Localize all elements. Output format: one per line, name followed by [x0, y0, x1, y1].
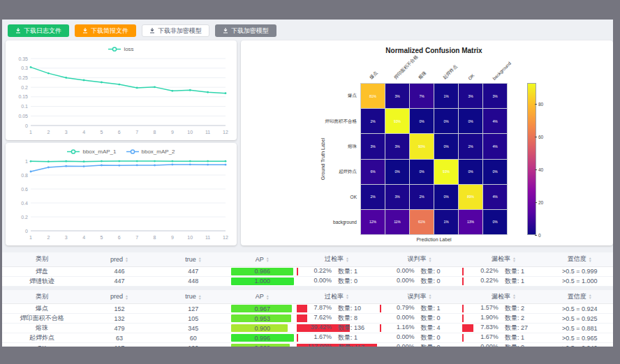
rate-text: 0.00%数量: 0: [380, 267, 459, 276]
sort-icon[interactable]: ▲▼: [346, 257, 349, 262]
dashboard-content: 下载日志文件 下载简报文件 下载非加密模型 下载加密模型 loss 00.050…: [2, 20, 613, 347]
cell-miss-detection: 1.67%数量: 1: [461, 333, 547, 343]
download-encrypted-model-button[interactable]: 下载加密模型: [215, 24, 276, 37]
cell-pred: 446: [82, 266, 158, 276]
colorbar-tick: 40: [537, 167, 543, 172]
ap-value: 0.996: [231, 335, 295, 342]
sort-icon[interactable]: ▲▼: [198, 294, 202, 300]
matrix-cell: 1%: [434, 210, 458, 234]
rate-text: 0.00%数量: 0: [380, 343, 459, 347]
sort-icon[interactable]: ▲▼: [429, 257, 432, 262]
svg-text:9: 9: [171, 235, 174, 240]
cell-misjudge: 0.00%数量: 0: [378, 343, 461, 347]
matrix-row-label: OK: [245, 195, 357, 199]
cell-over-detection: 117.00%数量: 117: [295, 343, 378, 347]
column-header-过检率[interactable]: 过检率▲▼: [295, 290, 378, 304]
download-unencrypted-model-button[interactable]: 下载非加密模型: [142, 24, 209, 37]
legend-label: bbox_mAP_2: [142, 149, 175, 155]
sort-icon[interactable]: ▲▼: [589, 294, 592, 299]
column-header-误判率[interactable]: 误判率▲▼: [378, 252, 461, 266]
ap-value: 0.929: [231, 344, 295, 347]
svg-text:10: 10: [187, 235, 193, 240]
matrix-cell: 0%: [459, 160, 482, 184]
column-header-true[interactable]: true▲▼: [157, 252, 229, 266]
sort-icon[interactable]: ▲▼: [512, 257, 516, 262]
download-unencrypted-model-label: 下载非加密模型: [158, 26, 202, 36]
metrics-table: 类别pred▲▼true▲▼AP▲▼过检率▲▼误判率▲▼漏检率▲▼置信度▲▼焊盘…: [2, 252, 613, 287]
legend-item-bbox_mAP_1[interactable]: bbox_mAP_1: [67, 149, 116, 155]
cell-over-detection: 7.87%数量: 10: [295, 304, 378, 314]
rate-text: 117.00%数量: 117: [297, 343, 377, 347]
svg-text:0.4: 0.4: [21, 201, 28, 206]
svg-text:7: 7: [135, 130, 138, 135]
sort-icon[interactable]: ▲▼: [198, 257, 202, 262]
sort-icon[interactable]: ▲▼: [125, 257, 128, 262]
rate-text: 0.22%数量: 1: [462, 267, 545, 276]
sort-icon[interactable]: ▲▼: [125, 294, 128, 300]
rate-text: 1.16%数量: 4: [380, 324, 459, 333]
matrix-cell: 2%: [459, 134, 482, 158]
column-header-漏检率[interactable]: 漏检率▲▼: [461, 252, 547, 266]
cell-confidence: >0.5 = 0.999: [547, 266, 613, 276]
cell-confidence: >0.5 = 0.881: [547, 324, 613, 333]
matrix-row-label: 焊印面积不合格: [245, 119, 357, 125]
column-header-置信度[interactable]: 置信度▲▼: [547, 252, 613, 266]
column-header-pred[interactable]: pred▲▼: [82, 252, 158, 266]
cell-ap: 0.929: [230, 343, 296, 347]
svg-text:3: 3: [65, 130, 68, 135]
column-header-AP[interactable]: AP▲▼: [230, 252, 296, 266]
table-row: 焊缝轨迹4474481.0000.00%数量: 00.00%数量: 00.22%…: [2, 276, 613, 286]
matrix-column-label: 焊印面积不合格: [392, 54, 420, 81]
sort-icon[interactable]: ▲▼: [589, 257, 592, 262]
svg-text:6: 6: [118, 130, 121, 135]
sort-icon[interactable]: ▲▼: [266, 257, 270, 262]
cell-confidence: >0.5 = 0.924: [547, 304, 613, 314]
cell-misjudge: 0.79%数量: 1: [378, 304, 461, 314]
legend-line-icon: [108, 46, 121, 52]
svg-text:10: 10: [187, 130, 193, 135]
cell-misjudge: 0.00%数量: 0: [378, 314, 461, 324]
svg-text:8: 8: [154, 130, 156, 135]
matrix-row-label: 起焊炸点: [245, 169, 357, 175]
matrix-cell: 0%: [434, 185, 458, 209]
download-report-button[interactable]: 下载简报文件: [75, 24, 136, 37]
column-header-true[interactable]: true▲▼: [157, 290, 229, 304]
sort-icon[interactable]: ▲▼: [512, 294, 516, 299]
cell-pred: 479: [82, 324, 158, 333]
matrix-row-label: background: [245, 220, 357, 225]
table-row: 爆点1521270.9677.87%数量: 100.79%数量: 11.57%数…: [2, 304, 613, 314]
ap-value: 0.953: [231, 315, 295, 322]
column-header-漏检率[interactable]: 漏检率▲▼: [461, 290, 547, 304]
sort-icon[interactable]: ▲▼: [429, 294, 432, 299]
rate-text: 0.00%数量: 0: [297, 277, 377, 286]
cell-ap: 0.900: [230, 324, 296, 333]
cell-class: 焊印面积不合格: [2, 314, 82, 324]
sort-icon[interactable]: ▲▼: [346, 294, 349, 299]
legend-item-loss[interactable]: loss: [108, 46, 133, 52]
matrix-cell: 2%: [410, 185, 434, 209]
svg-text:0.1: 0.1: [21, 104, 28, 109]
column-header-置信度[interactable]: 置信度▲▼: [547, 290, 613, 304]
cell-pred: 152: [82, 304, 158, 314]
rate-text: 7.83%数量: 27: [462, 324, 545, 333]
rate-text: 0.79%数量: 1: [380, 304, 459, 313]
column-header-AP[interactable]: AP▲▼: [230, 290, 296, 304]
matrix-column-label: 爆点: [368, 70, 379, 81]
matrix-cell: 12%: [361, 210, 385, 234]
download-log-button[interactable]: 下载日志文件: [8, 24, 69, 37]
matrix-cell: 1%: [434, 84, 458, 108]
sort-icon[interactable]: ▲▼: [266, 294, 270, 300]
column-header-误判率[interactable]: 误判率▲▼: [378, 290, 461, 304]
column-header-过检率[interactable]: 过检率▲▼: [295, 252, 378, 266]
matrix-cell: 0%: [483, 160, 507, 184]
column-header-pred[interactable]: pred▲▼: [82, 290, 158, 304]
cell-true: 127: [157, 304, 229, 314]
cell-confidence: >0.5 = 1.000: [547, 276, 613, 286]
confusion-matrix-row-labels: 爆点焊印面积不合格熔珠起焊炸点OKbackground: [241, 83, 357, 235]
cell-class: 起焊炸点: [2, 333, 82, 343]
rate-text: 0.22%数量: 1: [462, 277, 545, 286]
legend-item-bbox_mAP_2[interactable]: bbox_mAP_2: [126, 149, 175, 155]
svg-text:5: 5: [101, 235, 103, 240]
svg-text:7: 7: [135, 235, 138, 240]
matrix-column-label: background: [492, 61, 512, 81]
